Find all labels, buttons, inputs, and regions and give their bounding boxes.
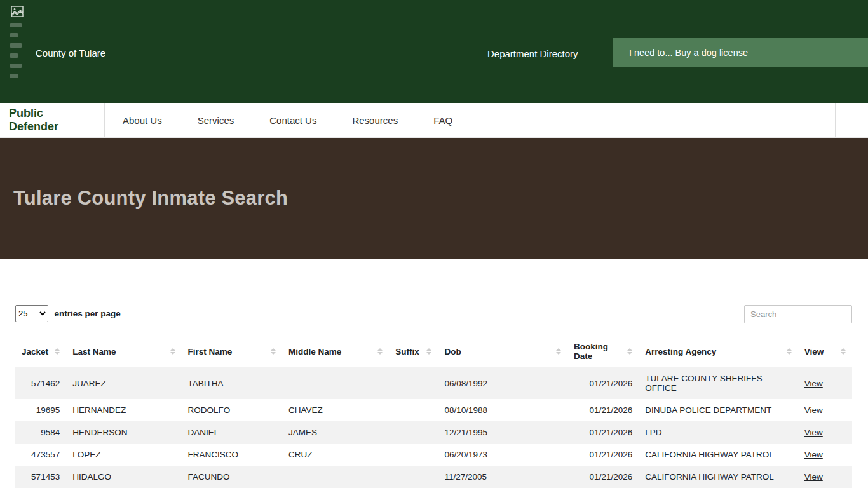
cell-suffix xyxy=(389,367,438,400)
cell-booking-date: 01/21/2026 xyxy=(567,367,639,400)
i-need-to-button[interactable]: I need to... Buy a dog license xyxy=(613,38,868,67)
nav-item-resources[interactable]: Resources xyxy=(334,115,416,126)
nav-item-about-us[interactable]: About Us xyxy=(105,115,180,126)
sort-icon[interactable] xyxy=(426,346,431,357)
view-link[interactable]: View xyxy=(804,405,823,415)
table-row: 9584 HENDERSON DANIEL JAMES 12/21/1995 0… xyxy=(15,421,852,444)
nav-links: About Us Services Contact Us Resources F… xyxy=(105,103,470,137)
nav-divider xyxy=(835,103,836,137)
view-link[interactable]: View xyxy=(804,428,823,437)
sort-icon[interactable] xyxy=(841,346,846,357)
sort-icon[interactable] xyxy=(627,346,632,357)
site-header: County of Tulare Department Directory I … xyxy=(0,0,868,103)
cell-booking-date: 01/21/2026 xyxy=(567,399,639,421)
column-header-view[interactable]: View xyxy=(798,336,852,367)
table-controls: 25 entries per page xyxy=(15,305,852,324)
cell-booking-date: 01/21/2026 xyxy=(567,421,639,444)
cell-dob: 06/20/1973 xyxy=(438,444,567,466)
cell-dob: 08/10/1988 xyxy=(438,399,567,421)
department-directory-link[interactable]: Department Directory xyxy=(487,48,578,59)
table-row: 473557 LOPEZ FRANCISCO CRUZ 06/20/1973 0… xyxy=(15,444,852,466)
cell-middle-name xyxy=(282,367,389,400)
table-row: 19695 HERNANDEZ RODOLFO CHAVEZ 08/10/198… xyxy=(15,399,852,421)
column-header-suffix[interactable]: Suffix xyxy=(389,336,438,367)
cell-first-name: RODOLFO xyxy=(182,399,282,421)
nav-item-services[interactable]: Services xyxy=(180,115,252,126)
cell-middle-name xyxy=(282,466,389,488)
cell-jacket: 473557 xyxy=(15,444,66,466)
nav-item-contact-us[interactable]: Contact Us xyxy=(252,115,334,126)
cell-suffix xyxy=(389,421,438,444)
column-header-arresting-agency[interactable]: Arresting Agency xyxy=(639,336,798,367)
column-header-first-name[interactable]: First Name xyxy=(182,336,282,367)
sort-icon[interactable] xyxy=(271,346,276,357)
column-header-last-name[interactable]: Last Name xyxy=(66,336,181,367)
table-row: 571453 HIDALGO FACUNDO 11/27/2005 01/21/… xyxy=(15,466,852,488)
cell-first-name: FRANCISCO xyxy=(182,444,282,466)
cell-arresting-agency: TULARE COUNTY SHERIFFS OFFICE xyxy=(639,367,798,400)
cell-booking-date: 01/21/2026 xyxy=(567,466,639,488)
cell-middle-name: CHAVEZ xyxy=(282,399,389,421)
cell-last-name: HERNANDEZ xyxy=(66,399,181,421)
cell-middle-name: CRUZ xyxy=(282,444,389,466)
view-link[interactable]: View xyxy=(804,450,823,459)
cell-last-name: JUAREZ xyxy=(66,367,181,400)
sort-icon[interactable] xyxy=(556,346,561,357)
cell-jacket: 571462 xyxy=(15,367,66,400)
column-header-booking-date[interactable]: Booking Date xyxy=(567,336,639,367)
search-input[interactable] xyxy=(744,305,852,323)
table-row: 571462 JUAREZ TABITHA 06/08/1992 01/21/2… xyxy=(15,367,852,400)
sort-icon[interactable] xyxy=(787,346,792,357)
cell-jacket: 19695 xyxy=(15,399,66,421)
nav-brand-public-defender[interactable]: Public Defender xyxy=(0,103,105,137)
logo-alt-text xyxy=(10,23,27,78)
column-header-dob[interactable]: Dob xyxy=(438,336,567,367)
page-title: Tulare County Inmate Search xyxy=(13,187,288,210)
table-header-row: Jacket Last Name First Name Middle Name … xyxy=(15,336,852,367)
site-name-link[interactable]: County of Tulare xyxy=(36,48,105,58)
nav-divider xyxy=(804,103,804,137)
cell-arresting-agency: DINUBA POLICE DEPARTMENT xyxy=(639,399,798,421)
broken-image-icon xyxy=(10,5,24,19)
main-nav: Public Defender About Us Services Contac… xyxy=(0,103,868,138)
cell-dob: 06/08/1992 xyxy=(438,367,567,400)
cell-first-name: TABITHA xyxy=(182,367,282,400)
view-link[interactable]: View xyxy=(804,472,823,482)
cell-first-name: DANIEL xyxy=(182,421,282,444)
cell-last-name: LOPEZ xyxy=(66,444,181,466)
entries-per-page-select[interactable]: 25 xyxy=(15,305,48,322)
view-link[interactable]: View xyxy=(804,379,823,388)
sort-icon[interactable] xyxy=(55,346,60,357)
cell-suffix xyxy=(389,399,438,421)
main-content: 25 entries per page Jacket Last Name Fir… xyxy=(0,259,868,488)
cell-arresting-agency: LPD xyxy=(639,421,798,444)
cell-jacket: 571453 xyxy=(15,466,66,488)
entries-per-page-label: entries per page xyxy=(54,309,120,318)
cell-booking-date: 01/21/2026 xyxy=(567,444,639,466)
sort-icon[interactable] xyxy=(170,346,175,357)
column-header-middle-name[interactable]: Middle Name xyxy=(282,336,389,367)
column-header-jacket[interactable]: Jacket xyxy=(15,336,66,367)
inmate-table: Jacket Last Name First Name Middle Name … xyxy=(15,336,852,488)
cell-middle-name: JAMES xyxy=(282,421,389,444)
cell-arresting-agency: CALIFORNIA HIGHWAY PATROL xyxy=(639,444,798,466)
cell-suffix xyxy=(389,444,438,466)
cell-first-name: FACUNDO xyxy=(182,466,282,488)
sort-icon[interactable] xyxy=(377,346,383,357)
cell-dob: 11/27/2005 xyxy=(438,466,567,488)
cell-last-name: HENDERSON xyxy=(66,421,181,444)
hero-banner: Tulare County Inmate Search xyxy=(0,138,868,259)
cell-dob: 12/21/1995 xyxy=(438,421,567,444)
site-logo-broken-image[interactable] xyxy=(10,5,27,100)
cell-arresting-agency: CALIFORNIA HIGHWAY PATROL xyxy=(639,466,798,488)
nav-item-faq[interactable]: FAQ xyxy=(416,115,470,126)
cell-jacket: 9584 xyxy=(15,421,66,444)
cell-suffix xyxy=(389,466,438,488)
cell-last-name: HIDALGO xyxy=(66,466,181,488)
